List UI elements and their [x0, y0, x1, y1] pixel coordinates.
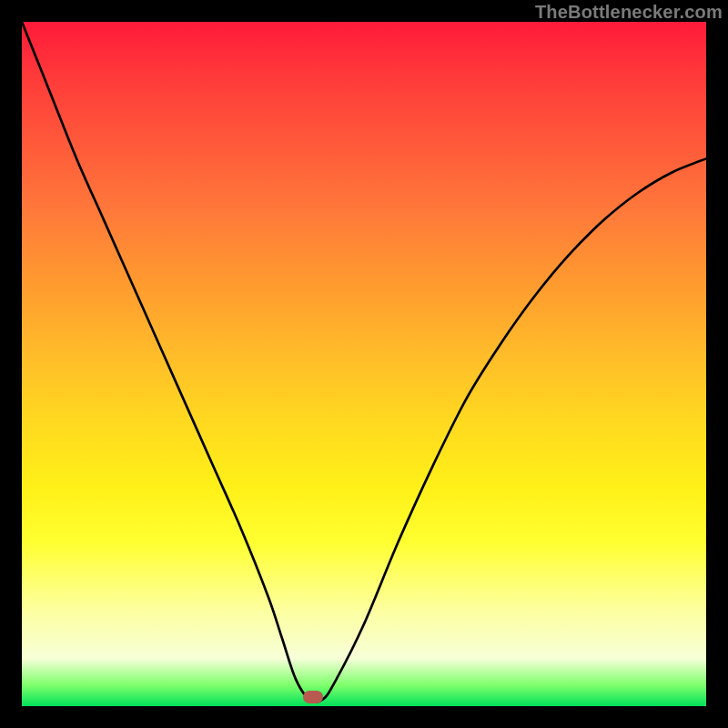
- plot-area: [22, 22, 706, 706]
- bottleneck-curve: [22, 22, 706, 702]
- chart-frame: TheBottlenecker.com: [0, 0, 728, 728]
- curve-layer: [22, 22, 706, 706]
- attribution-label: TheBottlenecker.com: [535, 2, 723, 23]
- optimal-point-marker: [303, 691, 323, 703]
